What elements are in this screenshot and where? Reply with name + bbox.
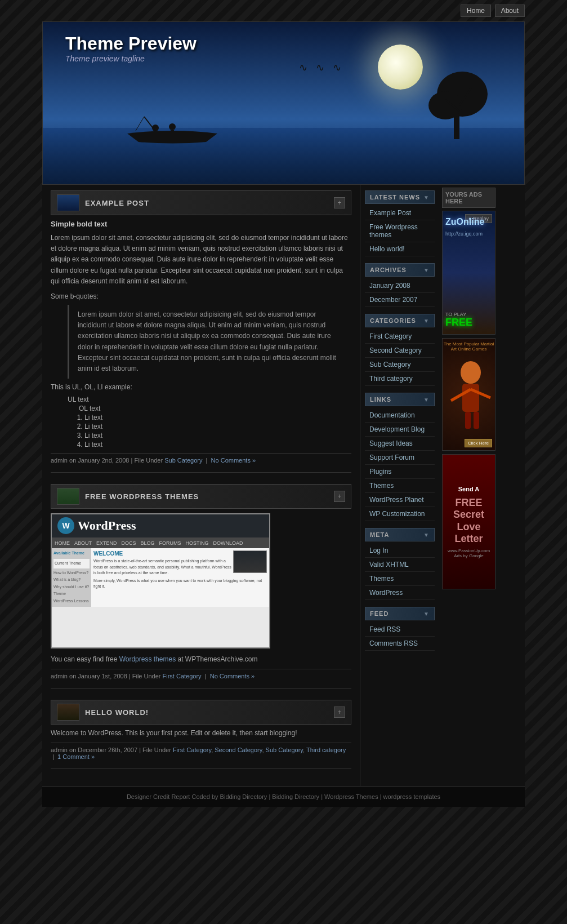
wp-description2: More simply, WordPress is what you use w… <box>93 578 267 590</box>
li-item-3: Li text <box>84 432 351 439</box>
post-expand-icon[interactable]: + <box>334 197 345 208</box>
svg-line-9 <box>144 117 155 131</box>
sidebar-item-suggest-ideas[interactable]: Suggest Ideas <box>365 437 435 451</box>
love-letter-subtitle: FREE Secret Love Letter <box>447 497 490 545</box>
post-meta-example: admin on January 2nd, 2008 | File Under … <box>51 453 351 464</box>
post-body-text: Lorem ipsum dolor sit amet, consectetur … <box>51 233 351 287</box>
links-arrow: ▼ <box>423 397 430 403</box>
post-bold-text: Simple bold text <box>51 220 351 228</box>
sidebar-item-wp-custom[interactable]: WP Customization <box>365 507 435 521</box>
sidebar-item-login[interactable]: Log In <box>365 544 435 558</box>
hello-world-body: Welcome to WordPress. This is your first… <box>51 729 351 737</box>
svg-rect-6 <box>154 131 157 138</box>
main-container: EXAMPLE POST + Simple bold text Lorem ip… <box>42 185 525 786</box>
sidebar-header-feed: FEED ▼ <box>365 607 435 620</box>
sidebar-item-dec-2007[interactable]: December 2007 <box>365 293 435 307</box>
svg-rect-16 <box>474 412 479 429</box>
ul-item: UL text <box>68 396 351 403</box>
sidebar-item-second-cat[interactable]: Second Category <box>365 344 435 358</box>
love-letter-title: Send A <box>458 485 480 494</box>
home-link[interactable]: Home <box>461 5 491 17</box>
sidebar-item-valid-xhtml[interactable]: Valid XHTML <box>365 558 435 572</box>
sidebar-links: LINKS ▼ Documentation Development Blog S… <box>365 393 435 521</box>
archives-label: ARCHIVES <box>370 266 407 273</box>
latest-news-arrow: ▼ <box>423 194 430 201</box>
sidebar-item-example-post[interactable]: Example Post <box>365 206 435 220</box>
sidebar-item-support-forum[interactable]: Support Forum <box>365 451 435 465</box>
hw-comments-link[interactable]: 1 Comment » <box>57 753 95 760</box>
sidebar-item-jan-2008[interactable]: January 2008 <box>365 279 435 293</box>
sidebar-item-wp-planet[interactable]: WordPress Planet <box>365 493 435 507</box>
post-header-example: EXAMPLE POST + <box>51 190 351 215</box>
post-category-link-wp[interactable]: First Category <box>163 673 202 679</box>
post-title-wp: FREE WORDPRESS THEMES <box>85 492 334 501</box>
hw-cat-2[interactable]: Second Category <box>215 747 262 753</box>
hw-cat-4[interactable]: Third category <box>306 747 346 753</box>
birds-decoration: ∿ ∿ ∿ <box>299 61 344 74</box>
ul-intro: This is UL, OL, LI example: <box>51 383 351 391</box>
wordpress-screenshot: W WordPress HOME ABOUT EXTEND DOCS BLOG … <box>51 513 270 648</box>
archives-arrow: ▼ <box>423 267 430 273</box>
li-item-4: Li text <box>84 441 351 448</box>
sidebar-item-dev-blog[interactable]: Development Blog <box>365 423 435 437</box>
tree-silhouette <box>423 49 490 139</box>
passion-up-url: www.PassionUp.com <box>448 548 490 553</box>
game-ad[interactable]: The Most Popular Martial Art Online Game… <box>442 338 495 451</box>
sidebar-item-first-cat[interactable]: First Category <box>365 330 435 344</box>
site-header: Theme Preview Theme preview tagline <box>42 21 525 185</box>
post-header-wp: FREE WORDPRESS THEMES + <box>51 484 351 509</box>
post-header-hw: HELLO WORLD! + <box>51 700 351 725</box>
post-expand-icon-wp[interactable]: + <box>334 491 345 502</box>
click-here-button[interactable]: Click Here <box>465 439 492 447</box>
post-title-example: EXAMPLE POST <box>85 199 334 207</box>
post-hello-world: HELLO WORLD! + Welcome to WordPress. Thi… <box>51 700 351 769</box>
sidebar-item-documentation[interactable]: Documentation <box>365 408 435 423</box>
post-comments-link[interactable]: No Comments » <box>211 457 256 464</box>
links-label: LINKS <box>370 396 391 403</box>
love-letter-ad[interactable]: Send A FREE Secret Love Letter www.Passi… <box>442 454 495 589</box>
sidebar-item-hello-world[interactable]: Hello world! <box>365 242 435 256</box>
bquote-intro: Some b-quotes: <box>51 292 351 300</box>
sidebar-item-wordpress[interactable]: WordPress <box>365 586 435 600</box>
li-item-2: Li text <box>84 423 351 430</box>
wp-nav-docs: DOCS <box>122 540 136 546</box>
post-meta-text: admin on January 2nd, 2008 | File Under <box>51 457 163 464</box>
post-expand-icon-hw[interactable]: + <box>334 707 345 718</box>
sidebar-item-themes[interactable]: Themes <box>365 479 435 493</box>
about-link[interactable]: About <box>495 5 525 17</box>
sidebar-item-free-wp[interactable]: Free Wordpress themes <box>365 220 435 242</box>
zu-online-ad[interactable]: ● Replay ZuOnline http://zu.igq.com TO P… <box>442 211 495 335</box>
hw-cat-1[interactable]: First Category <box>173 747 211 753</box>
wp-logo-icon: W <box>57 517 74 534</box>
post-meta-hw: admin on December 26th, 2007 | File Unde… <box>51 743 351 760</box>
sidebar-item-plugins[interactable]: Plugins <box>365 465 435 479</box>
ads-header: YOURS ADS HERE <box>442 188 495 208</box>
post-blockquote: Lorem ipsum dolor sit amet, consectetur … <box>68 305 351 379</box>
moon-decoration <box>378 45 423 90</box>
free-to-play-text: FREE <box>445 317 472 328</box>
hw-cat-3[interactable]: Sub Category <box>266 747 303 753</box>
wp-logo-text: WordPress <box>78 518 136 533</box>
svg-point-11 <box>461 361 481 384</box>
wp-theme-preview <box>233 550 267 573</box>
site-tagline: Theme preview tagline <box>65 54 197 63</box>
post-title-hw: HELLO WORLD! <box>85 708 334 717</box>
zu-online-title: ZuOnline <box>445 217 484 227</box>
wp-nav-home: HOME <box>55 540 70 546</box>
wp-left-panel: Available Theme Current Theme How to Wor… <box>52 548 91 606</box>
post-category-link[interactable]: Sub Category <box>164 457 202 464</box>
zu-online-url: http://zu.igq.com <box>445 231 483 237</box>
sidebar-header-latest-news: LATEST NEwS ▼ <box>365 190 435 204</box>
sidebar-item-third-cat[interactable]: Third category <box>365 372 435 386</box>
wordpress-themes-link[interactable]: Wordpress themes <box>119 655 176 663</box>
sidebar-item-sub-cat[interactable]: Sub Category <box>365 358 435 372</box>
categories-label: CATEGORIES <box>370 317 416 324</box>
footer-text: Designer Credit Report Coded by Bidding … <box>127 793 440 800</box>
sidebar: LATEST NEwS ▼ Example Post Free Wordpres… <box>360 185 439 786</box>
sidebar-item-comments-rss[interactable]: Comments RSS <box>365 637 435 651</box>
warrior-image <box>445 356 495 429</box>
sidebar-item-meta-themes[interactable]: Themes <box>365 572 435 586</box>
sidebar-item-feed-rss[interactable]: Feed RSS <box>365 623 435 637</box>
post-comments-link-wp[interactable]: No Comments » <box>210 673 255 679</box>
ads-by-google: Ads by Google <box>454 553 483 558</box>
